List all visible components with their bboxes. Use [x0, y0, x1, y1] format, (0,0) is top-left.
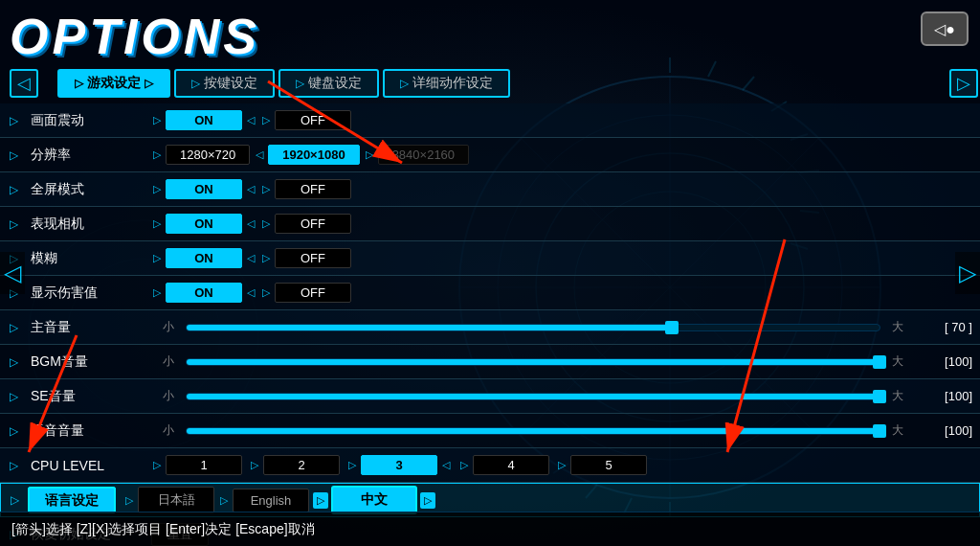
slider-min-label-voice: 小 [159, 422, 178, 439]
lang-val-zh: 中文 [331, 486, 417, 514]
option-off-0[interactable]: ▷ OFF [260, 110, 351, 130]
setting-row-se-volume: ▷ SE音量 小 大 [100] [0, 379, 980, 414]
tab-detail-settings[interactable]: ▷ 详细动作设定 [383, 69, 510, 98]
tab-label-2: 键盘设定 [308, 75, 362, 92]
option-blur-on[interactable]: ▷ ON ◁ [151, 248, 256, 268]
btn-blur-off: OFF [275, 248, 351, 268]
cpu-left-2: ▷ [249, 459, 260, 471]
option-1080[interactable]: ◁ 1920×1080 [254, 145, 359, 165]
label-resolution: 分辨率 [27, 147, 151, 164]
status-text: [箭头]选择 [Z][X]选择项目 [Enter]决定 [Escape]取消 [11, 521, 315, 538]
setting-row-voice-volume: ▷ 语音音量 小 大 [100] [0, 414, 980, 448]
btn-left-fs: ▷ [151, 183, 163, 195]
side-nav-right[interactable]: ▷ [955, 252, 980, 294]
slider-max-label-master: 大 [888, 319, 907, 335]
setting-row-blur: ▷ 模糊 ▷ ON ◁ ▷ OFF [0, 241, 980, 276]
lang-left-zh: ▷ [313, 492, 328, 509]
slider-value-voice: [100] [915, 423, 972, 438]
option-fs-on[interactable]: ▷ ON ◁ [151, 179, 256, 199]
label-screen-shake: 画面震动 [27, 112, 151, 129]
back-icon: ◁● [934, 20, 955, 38]
btn-cam-on: ON [166, 214, 242, 234]
tab-label-1: 按键设定 [204, 75, 257, 92]
slider-track-se[interactable] [186, 393, 880, 400]
btn-left-cam: ▷ [151, 217, 163, 230]
btn-left-blur-off: ▷ [260, 252, 272, 264]
lang-left-en: ▷ [218, 494, 230, 507]
btn-left-arrow: ▷ [151, 114, 163, 126]
option-dmg-on[interactable]: ▷ ON ◁ [151, 283, 256, 303]
label-blur: 模糊 [27, 250, 151, 267]
label-camera: 表现相机 [27, 216, 151, 233]
cpu-val-4: 4 [473, 455, 549, 475]
cpu-option-2[interactable]: ▷ 2 [249, 455, 340, 475]
side-nav-left[interactable]: ◁ [0, 252, 25, 294]
btn-dmg-off: OFF [275, 283, 351, 303]
btn-right-fs: ◁ [245, 183, 256, 195]
btn-right-blur: ◁ [245, 252, 256, 264]
slider-container-se: 小 大 [100] [151, 388, 980, 404]
slider-track-master[interactable] [186, 324, 880, 331]
slider-track-voice[interactable] [186, 427, 880, 435]
option-4k[interactable]: ▷ 3840×2160 [364, 145, 469, 165]
cpu-option-4[interactable]: ▷ 4 [458, 455, 549, 475]
btn-cam-off: OFF [275, 214, 351, 234]
btn-blur-on: ON [166, 248, 242, 268]
cpu-option-1[interactable]: ▷ 1 [151, 455, 242, 475]
row-arrow-2: ▷ [0, 183, 27, 196]
page-title: OPTIONS [10, 8, 260, 65]
cpu-left-3: ▷ [346, 459, 358, 471]
main-content: OPTIONS ◁● ◁ ▷ 游戏设定 ▷ ▷ 按键设定 ▷ 键盘设定 ▷ 详细… [0, 0, 980, 546]
btn-fs-on: ON [166, 179, 242, 199]
option-dmg-off[interactable]: ▷ OFF [260, 283, 351, 303]
setting-row-resolution: ▷ 分辨率 ▷ 1280×720 ◁ 1920×1080 ▷ 3840×2160 [0, 138, 980, 172]
option-cam-off[interactable]: ▷ OFF [260, 214, 351, 234]
option-cam-on[interactable]: ▷ ON ◁ [151, 214, 256, 234]
lang-option-en[interactable]: ▷ English [218, 489, 309, 512]
slider-min-label-master: 小 [159, 319, 178, 335]
btn-right-arrow: ◁ [245, 114, 256, 126]
tab-keyboard-settings[interactable]: ▷ 键盘设定 [278, 69, 379, 98]
cpu-left-5: ▷ [556, 459, 568, 471]
row-arrow-11: ▷ [1, 493, 28, 507]
option-720[interactable]: ▷ 1280×720 [151, 145, 250, 165]
setting-row-damage: ▷ 显示伤害值 ▷ ON ◁ ▷ OFF [0, 276, 980, 310]
cpu-val-1: 1 [166, 455, 242, 475]
tab-game-settings[interactable]: ▷ 游戏设定 ▷ [57, 69, 170, 98]
tab-label-0: 游戏设定 [87, 75, 141, 92]
row-arrow-8: ▷ [0, 390, 27, 403]
lang-option-jp[interactable]: ▷ 日本語 [123, 487, 214, 513]
tab-key-settings[interactable]: ▷ 按键设定 [174, 69, 275, 98]
option-on-0[interactable]: ▷ ON ◁ [151, 110, 256, 130]
btn-dmg-on: ON [166, 283, 242, 303]
option-blur-off[interactable]: ▷ OFF [260, 248, 351, 268]
tab-nav-left[interactable]: ◁ [10, 69, 38, 98]
btn-left-blur: ▷ [151, 252, 163, 264]
tab-label-3: 详细动作设定 [412, 75, 493, 92]
btn-on-value: ON [166, 110, 242, 130]
slider-container-master: 小 大 [ 70 ] [151, 319, 980, 335]
slider-value-master: [ 70 ] [915, 320, 972, 334]
option-fs-off[interactable]: ▷ OFF [260, 179, 351, 199]
slider-fill-voice [187, 428, 880, 434]
tab-nav-right[interactable]: ▷ [949, 69, 978, 98]
lang-option-zh[interactable]: ▷ 中文 ▷ [313, 486, 435, 514]
btn-left-fs-off: ▷ [260, 183, 272, 195]
tab-arrow-left-3: ▷ [400, 77, 409, 90]
btn-left-dmg-off: ▷ [260, 286, 272, 299]
cpu-left-1: ▷ [151, 459, 163, 471]
label-damage: 显示伤害值 [27, 284, 151, 302]
cpu-option-3[interactable]: ▷ 3 ◁ [346, 455, 452, 475]
cpu-val-3: 3 [361, 455, 437, 475]
cpu-option-5[interactable]: ▷ 5 [556, 455, 647, 475]
btn-4k-value: 3840×2160 [378, 145, 469, 165]
row-arrow-10: ▷ [0, 459, 27, 472]
slider-container-bgm: 小 大 [100] [151, 353, 980, 370]
back-button[interactable]: ◁● [921, 11, 969, 46]
lang-val-en: English [233, 489, 309, 512]
setting-row-screen-shake: ▷ 画面震动 ▷ ON ◁ ▷ OFF [0, 103, 980, 138]
slider-track-bgm[interactable] [186, 358, 880, 366]
btn-left-cam-off: ▷ [260, 217, 272, 230]
cpu-options: ▷ 1 ▷ 2 ▷ 3 ◁ ▷ 4 ▷ 5 [151, 455, 980, 475]
tabs-row: ▷ 游戏设定 ▷ ▷ 按键设定 ▷ 键盘设定 ▷ 详细动作设定 [57, 69, 961, 98]
